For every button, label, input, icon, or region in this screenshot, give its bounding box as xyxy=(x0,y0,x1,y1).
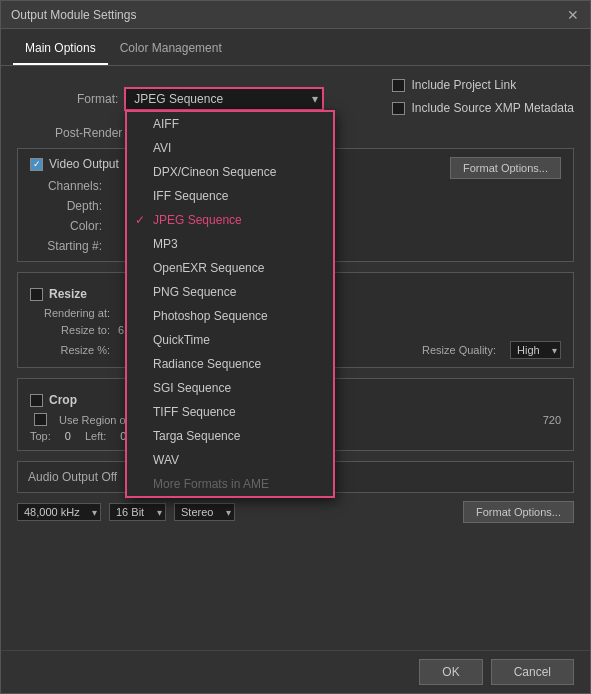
crop-checkbox[interactable] xyxy=(30,394,43,407)
dropdown-item[interactable]: WAV xyxy=(127,448,333,472)
audio-label: Audio Output Off xyxy=(28,470,117,484)
resize-quality-select[interactable]: High xyxy=(510,341,561,359)
audio-options-row: 48,000 kHz 16 Bit Stereo Format Options.… xyxy=(17,501,574,523)
channels-label: Channels: xyxy=(30,179,110,193)
resize-title: Resize xyxy=(49,287,87,301)
include-project-link-row: Include Project Link xyxy=(392,78,574,92)
include-project-link-checkbox[interactable] xyxy=(392,79,405,92)
format-select[interactable]: JPEG Sequence xyxy=(124,87,324,111)
format-select-wrapper: JPEG Sequence xyxy=(124,87,324,111)
output-module-settings-window: Output Module Settings ✕ Main Options Co… xyxy=(0,0,591,694)
top-label: Top: xyxy=(30,430,51,442)
channels-wrapper: Stereo xyxy=(174,503,235,521)
color-label: Color: xyxy=(30,219,110,233)
format-dropdown: AIFFAVIDPX/Cineon SequenceIFF SequenceJP… xyxy=(125,110,335,498)
dropdown-item[interactable]: TIFF Sequence xyxy=(127,400,333,424)
include-source-xmp-row: Include Source XMP Metadata xyxy=(392,101,574,115)
sample-rate-wrapper: 48,000 kHz xyxy=(17,503,101,521)
dropdown-item[interactable]: OpenEXR Sequence xyxy=(127,256,333,280)
dropdown-item[interactable]: Targa Sequence xyxy=(127,424,333,448)
audio-format-options-button[interactable]: Format Options... xyxy=(463,501,574,523)
crop-size-value: 720 xyxy=(543,414,561,426)
dropdown-item[interactable]: Radiance Sequence xyxy=(127,352,333,376)
rendering-at-label: Rendering at: xyxy=(30,307,110,319)
dropdown-item[interactable]: AIFF xyxy=(127,112,333,136)
include-source-xmp-checkbox[interactable] xyxy=(392,102,405,115)
dropdown-item: More Formats in AME xyxy=(127,472,333,496)
dropdown-item[interactable]: SGI Sequence xyxy=(127,376,333,400)
resize-quality-label: Resize Quality: xyxy=(422,344,496,356)
bit-depth-wrapper: 16 Bit xyxy=(109,503,166,521)
ok-button[interactable]: OK xyxy=(419,659,482,685)
video-output-checkbox[interactable] xyxy=(30,158,43,171)
video-format-options-button[interactable]: Format Options... xyxy=(450,157,561,179)
sample-rate-select[interactable]: 48,000 kHz xyxy=(17,503,101,521)
resize-to-label: Resize to: xyxy=(30,324,110,336)
use-region-checkbox[interactable] xyxy=(34,413,47,426)
dropdown-item[interactable]: DPX/Cineon Sequence xyxy=(127,160,333,184)
resize-quality-select-wrapper: High xyxy=(510,341,561,359)
dropdown-item[interactable]: JPEG Sequence xyxy=(127,208,333,232)
left-label: Left: xyxy=(85,430,106,442)
dropdown-item[interactable]: PNG Sequence xyxy=(127,280,333,304)
dropdown-item[interactable]: MP3 xyxy=(127,232,333,256)
video-output-title: Video Output xyxy=(49,157,119,171)
dropdown-item[interactable]: QuickTime xyxy=(127,328,333,352)
titlebar: Output Module Settings ✕ xyxy=(1,1,590,29)
resize-pct-label: Resize %: xyxy=(30,344,110,356)
bit-depth-select[interactable]: 16 Bit xyxy=(109,503,166,521)
tab-bar: Main Options Color Management xyxy=(1,33,590,66)
starting-label: Starting #: xyxy=(30,239,110,253)
tab-main-options[interactable]: Main Options xyxy=(13,33,108,65)
include-project-link-label: Include Project Link xyxy=(411,78,516,92)
close-button[interactable]: ✕ xyxy=(566,8,580,22)
format-label: Format: xyxy=(77,92,118,106)
resize-checkbox[interactable] xyxy=(30,288,43,301)
main-content: Format: JPEG Sequence Include Project Li… xyxy=(1,66,590,650)
tab-color-management[interactable]: Color Management xyxy=(108,33,234,65)
dropdown-item[interactable]: Photoshop Sequence xyxy=(127,304,333,328)
depth-label: Depth: xyxy=(30,199,110,213)
dropdown-item[interactable]: IFF Sequence xyxy=(127,184,333,208)
channels-select[interactable]: Stereo xyxy=(174,503,235,521)
bottom-buttons: OK Cancel xyxy=(1,650,590,693)
cancel-button[interactable]: Cancel xyxy=(491,659,574,685)
include-source-xmp-label: Include Source XMP Metadata xyxy=(411,101,574,115)
crop-title: Crop xyxy=(49,393,77,407)
dropdown-item[interactable]: AVI xyxy=(127,136,333,160)
top-val: 0 xyxy=(65,430,71,442)
window-title: Output Module Settings xyxy=(11,8,136,22)
